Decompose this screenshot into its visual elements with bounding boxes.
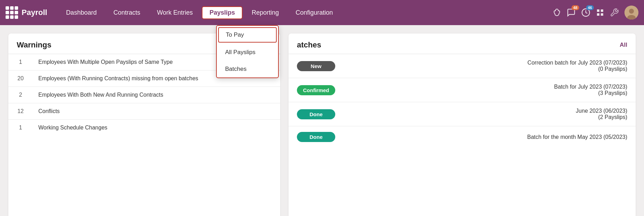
clock-badge: 46 xyxy=(586,5,594,10)
warning-count: 2 xyxy=(8,87,33,103)
batches-header: atches All xyxy=(289,33,636,54)
clock-icon[interactable]: 46 xyxy=(581,8,590,17)
warning-count: 1 xyxy=(8,54,33,70)
table-row[interactable]: 2 Employees With Both New And Running Co… xyxy=(8,87,280,103)
nav-items: Dashboard Contracts Work Entries Payslip… xyxy=(58,6,553,19)
warning-count: 1 xyxy=(8,120,33,136)
svg-rect-1 xyxy=(597,9,599,12)
batch-item-confirmed[interactable]: Confirmed Batch for July 2023 (07/2023)(… xyxy=(289,78,636,102)
batches-title: atches xyxy=(297,40,321,50)
nav-item-dashboard[interactable]: Dashboard xyxy=(58,6,104,19)
table-row[interactable]: 1 Working Schedule Changes xyxy=(8,120,280,136)
warning-count: 12 xyxy=(8,103,33,120)
batches-all-link[interactable]: All xyxy=(620,42,627,49)
batch-description: Batch for July 2023 (07/2023)(3 Payslips… xyxy=(342,84,627,96)
dropdown-item-batches[interactable]: Batches xyxy=(217,61,278,77)
nav-item-work-entries[interactable]: Work Entries xyxy=(149,6,200,19)
main-content: Warnings 1 Employees With Multiple Open … xyxy=(0,25,644,216)
batch-item-done-2[interactable]: Done Batch for the month May 2023 (05/20… xyxy=(289,126,636,148)
batch-badge-new: New xyxy=(297,61,335,71)
nav-right: 48 46 xyxy=(553,6,638,20)
nav-item-payslips[interactable]: Payslips xyxy=(202,6,243,19)
nav-item-contracts[interactable]: Contracts xyxy=(106,6,148,19)
tools-icon[interactable] xyxy=(610,8,619,17)
batch-description: June 2023 (06/2023)(2 Payslips) xyxy=(342,108,627,120)
dropdown-item-to-pay[interactable]: To Pay xyxy=(218,27,277,43)
batch-badge-done: Done xyxy=(297,109,335,119)
nav-item-configuration[interactable]: Configuration xyxy=(288,6,340,19)
warning-description: Conflicts xyxy=(33,103,280,120)
batch-badge-confirmed: Confirmed xyxy=(297,85,335,95)
app-brand: Payroll xyxy=(22,8,47,17)
dropdown-menu: To Pay All Payslips Batches xyxy=(216,25,279,78)
batches-panel: atches All New Correction batch for July… xyxy=(289,33,636,216)
svg-rect-2 xyxy=(601,9,603,12)
warning-count: 20 xyxy=(8,70,33,87)
messages-icon[interactable]: 48 xyxy=(567,8,576,17)
warning-description: Employees With Both New And Running Cont… xyxy=(33,87,280,103)
apps-icon[interactable] xyxy=(6,6,18,19)
navbar: Payroll Dashboard Contracts Work Entries… xyxy=(0,0,644,25)
nav-item-reporting[interactable]: Reporting xyxy=(244,6,286,19)
messages-badge: 48 xyxy=(572,5,579,10)
batch-description-2: Batch for the month May 2023 (05/2023) xyxy=(342,134,627,140)
batch-item-new[interactable]: New Correction batch for July 2023 (07/2… xyxy=(289,54,636,78)
dropdown-item-all-payslips[interactable]: All Payslips xyxy=(217,44,278,61)
table-row[interactable]: 12 Conflicts xyxy=(8,103,280,120)
grid-view-icon[interactable] xyxy=(596,8,604,17)
batch-description: Correction batch for July 2023 (07/2023)… xyxy=(342,60,627,72)
user-avatar[interactable] xyxy=(624,6,638,20)
payslips-dropdown: To Pay All Payslips Batches xyxy=(216,25,279,78)
batch-badge-done-2: Done xyxy=(297,132,335,142)
svg-point-6 xyxy=(629,9,634,14)
svg-rect-3 xyxy=(597,13,599,16)
debug-icon[interactable] xyxy=(553,8,561,17)
warning-description: Working Schedule Changes xyxy=(33,120,280,136)
svg-rect-4 xyxy=(601,13,603,16)
batch-item-done-1[interactable]: Done June 2023 (06/2023)(2 Payslips) xyxy=(289,102,636,126)
